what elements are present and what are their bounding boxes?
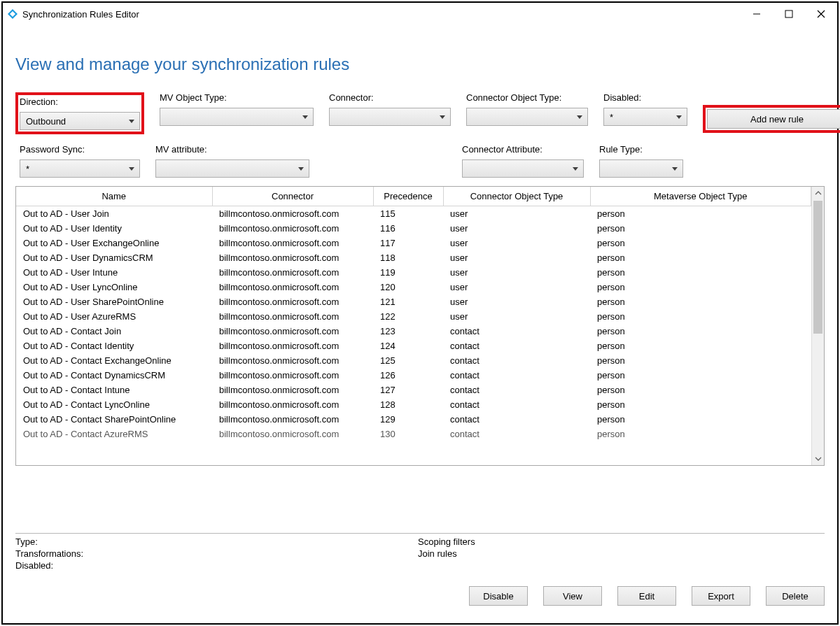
connector-dropdown[interactable] — [329, 108, 451, 126]
table-row[interactable]: Out to AD - User AzureRMSbillmcontoso.on… — [16, 309, 811, 324]
cell-name: Out to AD - Contact ExchangeOnline — [16, 353, 212, 368]
password-sync-dropdown[interactable]: * — [20, 159, 140, 178]
cell-name: Out to AD - User Join — [16, 206, 212, 222]
table-row[interactable]: Out to AD - User LyncOnlinebillmcontoso.… — [16, 280, 811, 294]
rule-type-label: Rule Type: — [599, 144, 683, 157]
mv-attribute-dropdown[interactable] — [155, 159, 309, 178]
cell-precedence: 123 — [373, 324, 443, 339]
scroll-up-icon[interactable] — [812, 187, 824, 199]
cell-precedence: 125 — [373, 353, 443, 368]
rule-type-dropdown[interactable] — [599, 159, 683, 178]
col-connector-object-type[interactable]: Connector Object Type — [443, 187, 590, 206]
details-panel: Type: Transformations: Disabled: Scoping… — [15, 533, 825, 571]
connector-object-type-label: Connector Object Type: — [466, 92, 588, 105]
table-row[interactable]: Out to AD - User DynamicsCRMbillmcontoso… — [16, 250, 811, 265]
disabled-dropdown[interactable]: * — [603, 108, 687, 126]
cell-mot: person — [590, 353, 811, 368]
cell-mot: person — [590, 339, 811, 353]
close-button[interactable] — [805, 3, 837, 25]
cell-cot: user — [443, 309, 590, 324]
cell-cot: user — [443, 280, 590, 294]
cell-precedence: 130 — [373, 427, 443, 441]
view-button[interactable]: View — [543, 586, 602, 606]
add-new-rule-button[interactable]: Add new rule — [707, 109, 840, 129]
cell-name: Out to AD - User Intune — [16, 265, 212, 280]
delete-button[interactable]: Delete — [766, 586, 825, 606]
cell-connector: billmcontoso.onmicrosoft.com — [212, 221, 373, 236]
cell-connector: billmcontoso.onmicrosoft.com — [212, 368, 373, 383]
table-row[interactable]: Out to AD - User SharePointOnlinebillmco… — [16, 294, 811, 309]
cell-cot: contact — [443, 412, 590, 427]
direction-dropdown[interactable]: Outbound — [20, 112, 140, 130]
table-row[interactable]: Out to AD - Contact Intunebillmcontoso.o… — [16, 383, 811, 397]
col-name[interactable]: Name — [16, 187, 212, 206]
cell-connector: billmcontoso.onmicrosoft.com — [212, 383, 373, 397]
table-row[interactable]: Out to AD - Contact Joinbillmcontoso.onm… — [16, 324, 811, 339]
maximize-button[interactable] — [773, 3, 805, 25]
app-icon — [7, 8, 18, 20]
table-row[interactable]: Out to AD - Contact SharePointOnlinebill… — [16, 412, 811, 427]
cell-cot: user — [443, 250, 590, 265]
export-button[interactable]: Export — [692, 586, 750, 606]
table-row[interactable]: Out to AD - Contact AzureRMSbillmcontoso… — [16, 427, 811, 441]
cell-connector: billmcontoso.onmicrosoft.com — [212, 294, 373, 309]
cell-name: Out to AD - Contact Identity — [16, 339, 212, 353]
password-sync-label: Password Sync: — [20, 144, 140, 157]
disable-button[interactable]: Disable — [469, 586, 528, 606]
content-area: View and manage your synchronization rul… — [3, 25, 837, 178]
cell-cot: user — [443, 206, 590, 222]
table-row[interactable]: Out to AD - Contact ExchangeOnlinebillmc… — [16, 353, 811, 368]
direction-value: Outbound — [26, 116, 66, 127]
cell-mot: person — [590, 206, 811, 222]
cell-cot: contact — [443, 397, 590, 412]
cell-precedence: 122 — [373, 309, 443, 324]
highlight-add-rule: Add new rule — [703, 105, 840, 133]
connector-attribute-dropdown[interactable] — [462, 159, 584, 178]
cell-precedence: 119 — [373, 265, 443, 280]
cell-name: Out to AD - Contact LyncOnline — [16, 397, 212, 412]
cell-mot: person — [590, 397, 811, 412]
detail-transformations-label: Transformations: — [15, 548, 418, 559]
cell-name: Out to AD - User ExchangeOnline — [16, 236, 212, 250]
table-row[interactable]: Out to AD - Contact Identitybillmcontoso… — [16, 339, 811, 353]
cell-mot: person — [590, 427, 811, 441]
table-row[interactable]: Out to AD - User Joinbillmcontoso.onmicr… — [16, 206, 811, 222]
cell-connector: billmcontoso.onmicrosoft.com — [212, 412, 373, 427]
table-row[interactable]: Out to AD - User Identitybillmcontoso.on… — [16, 221, 811, 236]
cell-cot: user — [443, 265, 590, 280]
page-title: View and manage your synchronization rul… — [15, 55, 825, 74]
table-row[interactable]: Out to AD - Contact DynamicsCRMbillmcont… — [16, 368, 811, 383]
cell-name: Out to AD - User AzureRMS — [16, 309, 212, 324]
rules-table[interactable]: Name Connector Precedence Connector Obje… — [16, 187, 811, 441]
cell-connector: billmcontoso.onmicrosoft.com — [212, 280, 373, 294]
table-row[interactable]: Out to AD - Contact LyncOnlinebillmconto… — [16, 397, 811, 412]
cell-connector: billmcontoso.onmicrosoft.com — [212, 265, 373, 280]
cell-precedence: 115 — [373, 206, 443, 222]
filter-row-2: Password Sync: * MV attribute: x Connect… — [15, 144, 825, 178]
table-row[interactable]: Out to AD - User ExchangeOnlinebillmcont… — [16, 236, 811, 250]
cell-name: Out to AD - Contact SharePointOnline — [16, 412, 212, 427]
cell-mot: person — [590, 294, 811, 309]
highlight-direction: Direction: Outbound — [15, 92, 144, 134]
cell-precedence: 128 — [373, 397, 443, 412]
direction-label: Direction: — [20, 97, 140, 109]
col-metaverse-object-type[interactable]: Metaverse Object Type — [590, 187, 811, 206]
mv-object-type-dropdown[interactable] — [160, 108, 314, 126]
col-connector[interactable]: Connector — [212, 187, 373, 206]
cell-cot: contact — [443, 427, 590, 441]
scroll-thumb[interactable] — [813, 201, 822, 334]
table-row[interactable]: Out to AD - User Intunebillmcontoso.onmi… — [16, 265, 811, 280]
mv-object-type-label: MV Object Type: — [160, 92, 314, 105]
scroll-down-icon[interactable] — [812, 453, 824, 465]
vertical-scrollbar[interactable] — [811, 187, 824, 465]
edit-button[interactable]: Edit — [617, 586, 676, 606]
minimize-button[interactable] — [741, 3, 773, 25]
col-precedence[interactable]: Precedence — [373, 187, 443, 206]
cell-name: Out to AD - User Identity — [16, 221, 212, 236]
action-row: Disable View Edit Export Delete — [15, 586, 825, 606]
cell-name: Out to AD - User SharePointOnline — [16, 294, 212, 309]
cell-name: Out to AD - Contact Join — [16, 324, 212, 339]
cell-connector: billmcontoso.onmicrosoft.com — [212, 353, 373, 368]
connector-object-type-dropdown[interactable] — [466, 108, 588, 126]
cell-connector: billmcontoso.onmicrosoft.com — [212, 339, 373, 353]
